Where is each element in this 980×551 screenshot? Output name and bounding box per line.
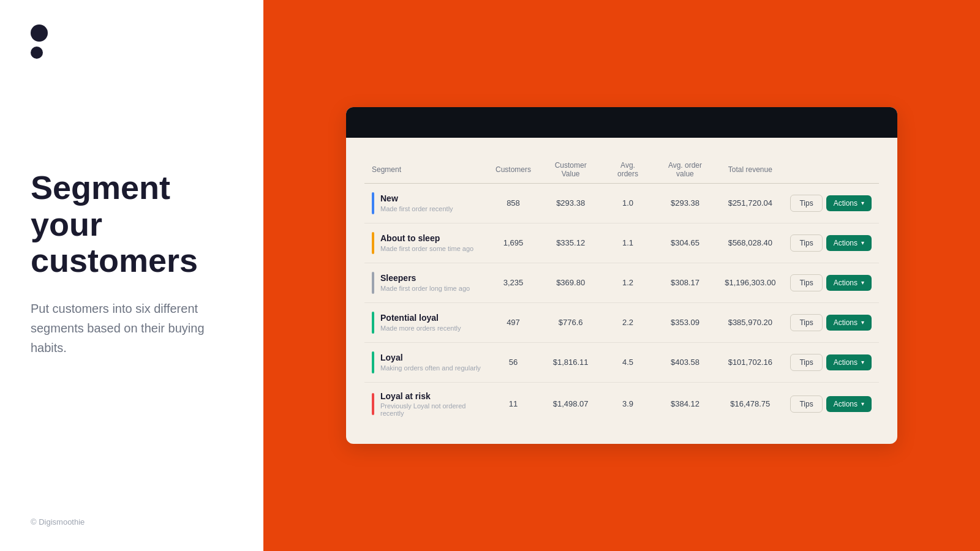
chevron-down-icon: ▾ bbox=[861, 279, 864, 286]
customers-cell: 3,235 bbox=[488, 263, 538, 302]
avg-orders-cell: 1.2 bbox=[603, 263, 652, 302]
actions-cell: Tips Actions ▾ bbox=[783, 382, 879, 425]
actions-button[interactable]: Actions ▾ bbox=[826, 275, 872, 291]
customers-cell: 56 bbox=[488, 342, 538, 382]
segment-cell: Sleepers Made first order long time ago bbox=[364, 263, 488, 302]
left-content: Segment your customers Put customers int… bbox=[31, 59, 233, 517]
segment-name: New bbox=[380, 193, 453, 204]
segment-description: Made first order recently bbox=[380, 205, 453, 212]
actions-cell: Tips Actions ▾ bbox=[783, 302, 879, 342]
table-row: Potential loyal Made more orders recentl… bbox=[364, 302, 879, 342]
total-revenue-cell: $16,478.75 bbox=[717, 382, 783, 425]
customers-cell: 858 bbox=[488, 183, 538, 223]
tips-button[interactable]: Tips bbox=[790, 234, 822, 252]
segment-color-indicator bbox=[372, 393, 374, 415]
segment-cell: Loyal at risk Previously Loyal not order… bbox=[364, 382, 488, 425]
total-revenue-cell: $1,196,303.00 bbox=[717, 263, 783, 302]
customer-value-cell: $776.6 bbox=[538, 302, 603, 342]
actions-cell: Tips Actions ▾ bbox=[783, 183, 879, 223]
segment-cell: About to sleep Made first order some tim… bbox=[364, 223, 488, 263]
segment-color-indicator bbox=[372, 312, 374, 334]
customers-cell: 1,695 bbox=[488, 223, 538, 263]
table-row: About to sleep Made first order some tim… bbox=[364, 223, 879, 263]
customer-value-cell: $335.12 bbox=[538, 223, 603, 263]
chevron-down-icon: ▾ bbox=[861, 359, 864, 365]
col-avg-order-value: Avg. order value bbox=[653, 156, 718, 184]
chevron-down-icon: ▾ bbox=[861, 200, 864, 206]
segment-cell: Loyal Making orders often and regularly bbox=[364, 342, 488, 382]
logo bbox=[31, 24, 233, 59]
actions-label: Actions bbox=[834, 400, 858, 408]
avg-orders-cell: 2.2 bbox=[603, 302, 652, 342]
avg-order-value-cell: $304.65 bbox=[653, 223, 718, 263]
customer-value-cell: $1,816.11 bbox=[538, 342, 603, 382]
card-header bbox=[346, 107, 897, 138]
segment-color-indicator bbox=[372, 232, 374, 254]
segment-description: Previously Loyal not ordered recently bbox=[380, 402, 481, 417]
chevron-down-icon: ▾ bbox=[861, 239, 864, 246]
left-panel: Segment your customers Put customers int… bbox=[0, 0, 263, 551]
actions-button[interactable]: Actions ▾ bbox=[826, 195, 872, 211]
card-body: Segment Customers Customer Value Avg. or… bbox=[346, 138, 897, 444]
actions-button[interactable]: Actions ▾ bbox=[826, 315, 872, 331]
copyright: © Digismoothie bbox=[31, 517, 233, 527]
segment-description: Made first order some time ago bbox=[380, 245, 473, 252]
chevron-down-icon: ▾ bbox=[861, 319, 864, 326]
logo-dot-large bbox=[31, 24, 48, 42]
table-row: Loyal Making orders often and regularly … bbox=[364, 342, 879, 382]
segment-description: Made first order long time ago bbox=[380, 285, 470, 292]
total-revenue-cell: $568,028.40 bbox=[717, 223, 783, 263]
table-row: Loyal at risk Previously Loyal not order… bbox=[364, 382, 879, 425]
customer-value-cell: $293.38 bbox=[538, 183, 603, 223]
actions-label: Actions bbox=[834, 279, 858, 287]
total-revenue-cell: $251,720.04 bbox=[717, 183, 783, 223]
segment-color-indicator bbox=[372, 272, 374, 294]
total-revenue-cell: $385,970.20 bbox=[717, 302, 783, 342]
right-panel: Segment Customers Customer Value Avg. or… bbox=[263, 0, 980, 551]
table-body: New Made first order recently 858 $293.3… bbox=[364, 183, 879, 425]
actions-label: Actions bbox=[834, 318, 858, 327]
avg-order-value-cell: $293.38 bbox=[653, 183, 718, 223]
segment-cell: New Made first order recently bbox=[364, 183, 488, 223]
actions-button[interactable]: Actions ▾ bbox=[826, 354, 872, 370]
segment-name: Sleepers bbox=[380, 273, 470, 283]
customers-cell: 11 bbox=[488, 382, 538, 425]
tips-button[interactable]: Tips bbox=[790, 354, 822, 371]
segment-description: Making orders often and regularly bbox=[380, 364, 481, 372]
tips-button[interactable]: Tips bbox=[790, 274, 822, 291]
subtext: Put customers into six different segment… bbox=[31, 299, 227, 358]
main-heading: Segment your customers bbox=[31, 170, 233, 279]
total-revenue-cell: $101,702.16 bbox=[717, 342, 783, 382]
logo-dot-small bbox=[31, 47, 43, 59]
col-customer-value: Customer Value bbox=[538, 156, 603, 184]
actions-button[interactable]: Actions ▾ bbox=[826, 235, 872, 251]
tips-button[interactable]: Tips bbox=[790, 395, 822, 413]
main-card: Segment Customers Customer Value Avg. or… bbox=[346, 107, 897, 444]
segment-name: Potential loyal bbox=[380, 313, 461, 323]
actions-label: Actions bbox=[834, 199, 858, 208]
segment-color-indicator bbox=[372, 192, 374, 214]
tips-button[interactable]: Tips bbox=[790, 314, 822, 331]
table-row: Sleepers Made first order long time ago … bbox=[364, 263, 879, 302]
actions-cell: Tips Actions ▾ bbox=[783, 263, 879, 302]
actions-button[interactable]: Actions ▾ bbox=[826, 396, 872, 412]
customers-cell: 497 bbox=[488, 302, 538, 342]
col-avg-orders: Avg. orders bbox=[603, 156, 652, 184]
avg-order-value-cell: $384.12 bbox=[653, 382, 718, 425]
segment-name: About to sleep bbox=[380, 233, 473, 244]
avg-orders-cell: 1.1 bbox=[603, 223, 652, 263]
table-header: Segment Customers Customer Value Avg. or… bbox=[364, 156, 879, 184]
avg-order-value-cell: $308.17 bbox=[653, 263, 718, 302]
customer-value-cell: $1,498.07 bbox=[538, 382, 603, 425]
segment-table: Segment Customers Customer Value Avg. or… bbox=[364, 156, 879, 426]
segment-description: Made more orders recently bbox=[380, 324, 461, 332]
col-total-revenue: Total revenue bbox=[717, 156, 783, 184]
segment-cell: Potential loyal Made more orders recentl… bbox=[364, 302, 488, 342]
chevron-down-icon: ▾ bbox=[861, 400, 864, 407]
segment-name: Loyal bbox=[380, 353, 481, 363]
col-actions-header bbox=[783, 156, 879, 184]
actions-label: Actions bbox=[834, 239, 858, 247]
segment-name: Loyal at risk bbox=[380, 391, 481, 402]
actions-cell: Tips Actions ▾ bbox=[783, 223, 879, 263]
tips-button[interactable]: Tips bbox=[790, 195, 822, 212]
